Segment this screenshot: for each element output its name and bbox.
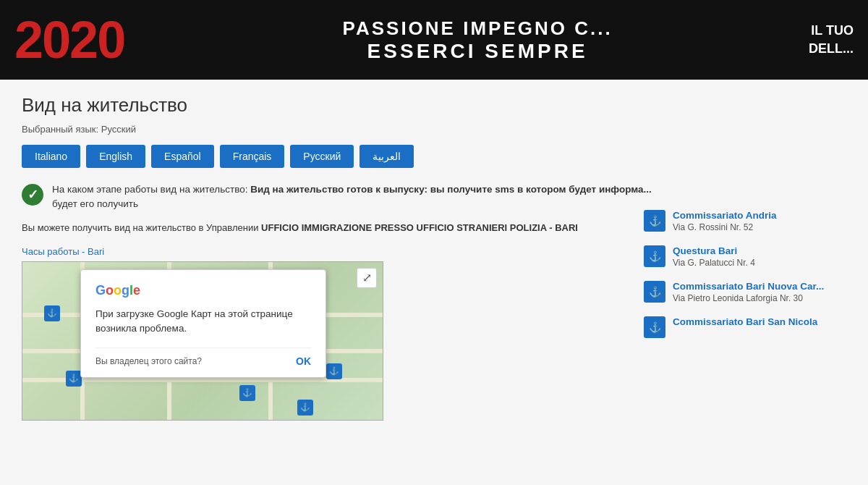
banner-bottom-line: ESSERCI SEMPRE	[146, 40, 809, 63]
lang-btn-arabic[interactable]: العربية	[359, 145, 414, 168]
office-line-prefix: Вы можете получить вид на жительство в У…	[22, 222, 258, 233]
banner-right-text2: DELL...	[809, 40, 854, 58]
office-icon: ⚓	[644, 316, 665, 338]
office-info: Commissariato Bari San Nicola	[673, 316, 817, 329]
google-logo: Google	[95, 283, 311, 298]
office-name[interactable]: Commissariato Bari San Nicola	[673, 316, 817, 327]
banner-text-center: PASSIONE IMPEGNO C... ESSERCI SEMPRE	[146, 17, 809, 63]
right-panel-offices: ⚓ Commissariato Andria Via G. Rossini Nr…	[644, 210, 846, 351]
office-name: UFFICIO IMMIGRAZIONE PRESSO UFFICIO STRA…	[261, 222, 578, 233]
office-item: ⚓ Commissariato Bari Nuova Car... Via Pi…	[644, 281, 846, 303]
map-marker[interactable]	[66, 371, 82, 387]
office-info: Commissariato Bari Nuova Car... Via Piet…	[673, 281, 824, 303]
banner-top-line: PASSIONE IMPEGNO C...	[146, 17, 809, 40]
office-info: Questura Bari Via G. Palatucci Nr. 4	[673, 245, 755, 268]
office-name[interactable]: Commissariato Andria	[673, 210, 777, 221]
lang-btn-espanol[interactable]: Español	[151, 145, 214, 168]
lang-selected-label: Выбранный язык:	[22, 124, 98, 135]
lang-btn-italiano[interactable]: Italiano	[22, 145, 80, 168]
top-banner: 2020 PASSIONE IMPEGNO C... ESSERCI SEMPR…	[0, 0, 868, 80]
status-bold: Вид на жительство готов к выпуску: вы по…	[250, 184, 652, 195]
status-prefix: На каком этапе работы вид на жительство:	[52, 184, 247, 195]
lang-btn-russian[interactable]: Русский	[290, 145, 354, 168]
office-address: Via Pietro Leonida Laforgia Nr. 30	[673, 293, 824, 303]
lang-selected-value: Русский	[101, 124, 136, 135]
google-dialog-footer: Вы владелец этого сайта? OK	[95, 347, 311, 367]
lang-btn-english[interactable]: English	[86, 145, 145, 168]
lang-selected-line: Выбранный язык: Русский	[22, 124, 846, 135]
main-content: Вид на жительство Выбранный язык: Русски…	[0, 80, 868, 485]
office-item: ⚓ Commissariato Andria Via G. Rossini Nr…	[644, 210, 846, 232]
office-item: ⚓ Questura Bari Via G. Palatucci Nr. 4	[644, 245, 846, 268]
map-marker[interactable]	[326, 363, 342, 379]
banner-year: 2020	[14, 14, 124, 66]
office-info: Commissariato Andria Via G. Rossini Nr. …	[673, 210, 777, 232]
page-title: Вид на жительство	[22, 94, 846, 117]
map-marker[interactable]	[297, 400, 313, 416]
map-expand-button[interactable]	[357, 268, 377, 288]
banner-right-text: IL TUO	[809, 22, 854, 40]
office-address: Via G. Rossini Nr. 52	[673, 222, 777, 232]
status-text: На каком этапе работы вид на жительство:…	[52, 182, 652, 212]
office-icon: ⚓	[644, 281, 665, 303]
office-address: Via G. Palatucci Nr. 4	[673, 258, 755, 268]
map-container: Google При загрузке Google Карт на этой …	[22, 261, 383, 421]
office-icon: ⚓	[644, 245, 665, 267]
office-item: ⚓ Commissariato Bari San Nicola	[644, 316, 846, 338]
status-suffix: будет его получить	[52, 198, 138, 209]
google-error-dialog: Google При загрузке Google Карт на этой …	[80, 269, 326, 379]
google-ok-button[interactable]: OK	[296, 355, 311, 367]
google-owner-question: Вы владелец этого сайта?	[95, 356, 202, 366]
banner-right: IL TUO DELL...	[809, 22, 854, 58]
office-icon: ⚓	[644, 210, 665, 232]
map-marker[interactable]	[44, 305, 60, 321]
status-row: На каком этапе работы вид на жительство:…	[22, 182, 846, 212]
google-error-message: При загрузке Google Карт на этой страниц…	[95, 307, 311, 337]
office-name[interactable]: Commissariato Bari Nuova Car...	[673, 281, 824, 292]
language-buttons: Italiano English Español Français Русски…	[22, 145, 846, 168]
map-marker[interactable]	[239, 385, 255, 401]
check-icon	[22, 184, 43, 206]
office-name[interactable]: Questura Bari	[673, 245, 755, 256]
lang-btn-francais[interactable]: Français	[220, 145, 285, 168]
